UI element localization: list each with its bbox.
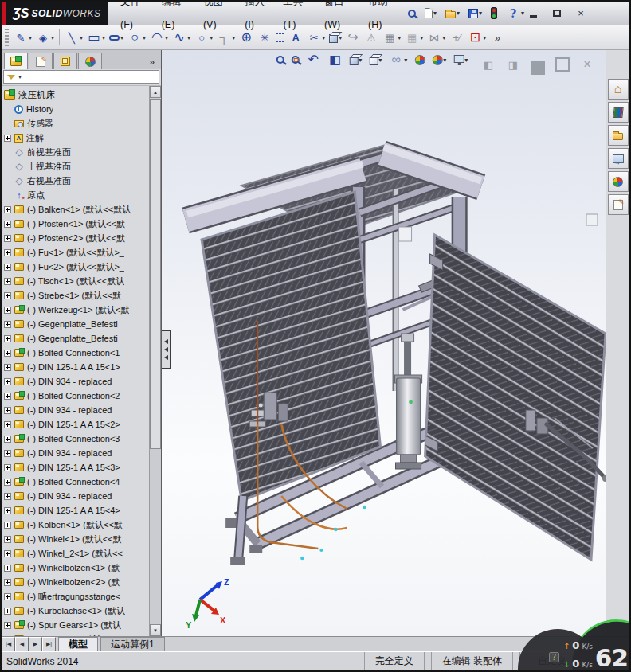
tree-root-item[interactable]: 液压机床 xyxy=(4,88,147,102)
new-document-button[interactable]: ▾ xyxy=(423,7,438,19)
save-document-button[interactable]: ▾ xyxy=(467,8,484,19)
construction-geometry-button[interactable]: +∕ xyxy=(448,29,465,45)
toolbar-overflow-button[interactable]: » xyxy=(488,29,506,45)
tree-item[interactable]: (-) Balken<1> (默认<<默认 xyxy=(4,202,147,217)
circular-pattern-button[interactable]: ▦▾ xyxy=(403,29,425,45)
file-explorer-button[interactable] xyxy=(608,125,629,146)
expand-icon[interactable] xyxy=(4,550,11,557)
extrude-tool-button[interactable]: ▾ xyxy=(327,31,343,44)
expand-icon[interactable] xyxy=(4,536,11,543)
tree-item[interactable]: History xyxy=(4,102,147,116)
pane-left-button[interactable]: ◧ xyxy=(480,57,497,72)
tree-item[interactable]: (-) Werkzeug<1> (默认<默 xyxy=(4,303,147,317)
expand-icon[interactable] xyxy=(4,593,11,600)
restore-button[interactable] xyxy=(550,7,564,20)
circular-pattern-caret[interactable]: ▾ xyxy=(420,34,423,41)
tab-motion-study[interactable]: 运动算例1 xyxy=(100,637,165,651)
save-document-caret[interactable]: ▾ xyxy=(479,10,482,17)
tree-item[interactable]: (-) DIN 125-1 A A 15<4> xyxy=(4,503,147,518)
tree-item[interactable]: (-) DIN 934 - replaced xyxy=(4,446,147,460)
circle-tool-caret[interactable]: ▾ xyxy=(143,34,146,41)
doc-restore-button[interactable] xyxy=(554,57,571,72)
tree-item[interactable]: (-) Kolben<1> (默认<<默 xyxy=(4,518,147,532)
traffic-light-button[interactable] xyxy=(489,6,499,20)
expand-icon[interactable] xyxy=(4,464,11,471)
section-view-button[interactable]: ◧ xyxy=(326,52,343,68)
pane-right-button[interactable]: ◨ xyxy=(504,57,522,72)
expand-icon[interactable] xyxy=(4,565,11,572)
trim-entities-caret[interactable]: ▾ xyxy=(322,34,325,41)
scroll-up-button[interactable]: ▲ xyxy=(150,86,161,98)
expand-icon[interactable] xyxy=(4,479,11,486)
tree-item[interactable]: ↑原点 xyxy=(4,188,147,202)
tree-item[interactable]: (-) Tisch<1> (默认<<默认 xyxy=(4,274,147,288)
tree-item[interactable]: (-) Fu<2> (默认<<默认>_ xyxy=(4,260,147,274)
expand-icon[interactable] xyxy=(4,335,11,342)
expand-icon[interactable] xyxy=(4,235,11,242)
tree-item[interactable]: ◇上视基准面 xyxy=(4,159,147,174)
sketch-text-button[interactable]: A xyxy=(287,29,304,45)
hide-show-items-button[interactable]: ∞▾ xyxy=(387,52,409,68)
tree-item[interactable]: (-) Bolted Connection<4 xyxy=(4,475,147,489)
tree-scrollbar[interactable]: ▲ ▼ xyxy=(149,86,161,636)
straight-slot-caret[interactable]: ▾ xyxy=(120,34,123,41)
tree-item[interactable]: (-) DIN 125-1 A A 15<1> xyxy=(4,360,147,374)
edit-appearance-button[interactable] xyxy=(413,54,426,66)
tab-configuration-manager[interactable] xyxy=(53,53,77,69)
expand-icon[interactable] xyxy=(4,421,11,428)
nav-prev-button[interactable]: ◀ xyxy=(15,637,29,651)
tab-property-manager[interactable] xyxy=(29,53,53,69)
left-guard-panel[interactable] xyxy=(202,192,380,565)
expand-icon[interactable] xyxy=(4,278,11,285)
tab-feature-manager[interactable] xyxy=(4,53,28,69)
expand-icon[interactable] xyxy=(4,507,11,514)
arc-tool-caret[interactable]: ▾ xyxy=(165,34,168,41)
hide-show-items-caret[interactable]: ▾ xyxy=(404,57,407,64)
panel-splitter[interactable] xyxy=(162,330,171,369)
doc-minimize-button[interactable] xyxy=(529,53,547,76)
display-relations-button[interactable]: ⊡▾ xyxy=(466,29,488,45)
toolbar-grip[interactable] xyxy=(5,29,9,46)
doc-close-button[interactable]: × xyxy=(578,57,596,72)
scroll-thumb[interactable] xyxy=(150,99,161,449)
tab-model[interactable]: 模型 xyxy=(58,637,98,651)
custom-properties-button[interactable] xyxy=(608,194,629,215)
net-speed-widget[interactable]: ↑ 0 K/s ? ↓ 0 K/s 62 xyxy=(510,624,629,670)
point-tool-button[interactable]: ✳ xyxy=(256,29,273,45)
expand-icon[interactable] xyxy=(4,407,11,414)
close-button[interactable]: × xyxy=(574,7,588,20)
tree-item[interactable]: (-) Strebe<1> (默认<<默 xyxy=(4,288,147,303)
ellipse-tool-button[interactable]: ○▾ xyxy=(193,29,214,45)
nav-next-button[interactable]: ▶ xyxy=(29,637,42,651)
expand-icon[interactable] xyxy=(4,608,11,615)
scroll-down-button[interactable]: ▼ xyxy=(150,624,161,636)
zoom-to-fit-button[interactable] xyxy=(274,55,285,64)
mirror-entities-button[interactable]: ⋈▾ xyxy=(425,29,447,45)
minimize-button[interactable] xyxy=(526,7,540,20)
line-tool-button[interactable]: ╲▾ xyxy=(63,29,84,45)
expand-icon[interactable] xyxy=(4,221,11,228)
straight-slot-button[interactable]: ▾ xyxy=(108,33,125,42)
tree-item[interactable]: (-) DIN 125-1 A A 15<3> xyxy=(4,460,147,475)
circle-tool-button[interactable]: ○▾ xyxy=(126,29,147,45)
expand-icon[interactable] xyxy=(4,292,11,299)
new-document-caret[interactable]: ▾ xyxy=(433,10,437,17)
apply-scene-button[interactable]: ▾ xyxy=(430,54,448,66)
open-document-button[interactable]: ▾ xyxy=(444,8,461,19)
sketch-caret[interactable]: ▾ xyxy=(29,34,32,41)
widget-question-button[interactable]: ? xyxy=(549,652,559,662)
smart-dimension-button[interactable]: ◈▾ xyxy=(34,29,56,45)
apply-scene-caret[interactable]: ▾ xyxy=(443,57,446,64)
tree-item[interactable]: (-) Pfosten<1> (默认<<默 xyxy=(4,217,147,231)
tree-item[interactable]: (-) Gegenplatte_Befesti xyxy=(4,331,147,346)
corner-rectangle-caret[interactable]: ▾ xyxy=(102,34,105,41)
linear-pattern-button[interactable]: ▦▾ xyxy=(381,29,402,45)
expand-icon[interactable] xyxy=(4,436,11,443)
tree-item[interactable]: (-) DIN 934 - replaced xyxy=(4,489,147,503)
ellipse-tool-caret[interactable]: ▾ xyxy=(210,34,213,41)
expand-icon[interactable] xyxy=(4,249,11,256)
expand-icon[interactable] xyxy=(4,364,11,371)
expand-icon[interactable] xyxy=(4,579,11,586)
view-settings-button[interactable]: ▾ xyxy=(452,54,469,66)
expand-icon[interactable] xyxy=(4,206,11,213)
